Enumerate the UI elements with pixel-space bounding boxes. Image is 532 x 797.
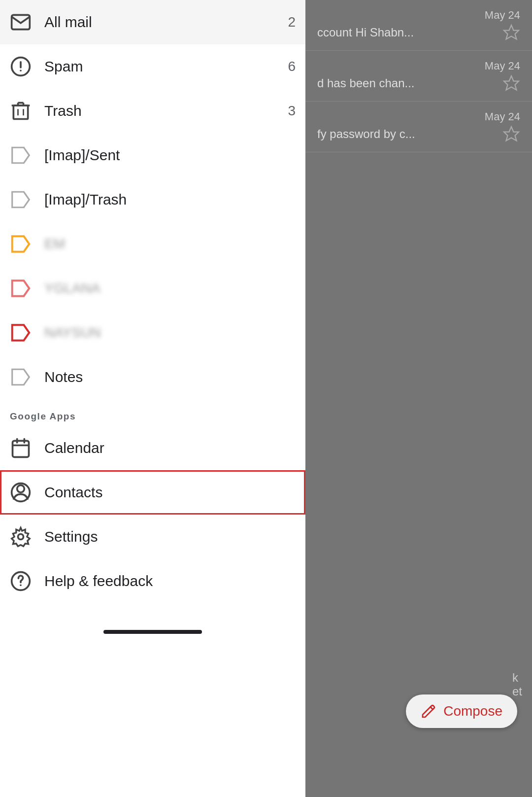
svg-rect-4 (13, 105, 28, 119)
sidebar-item-contacts[interactable]: Contacts (0, 470, 305, 515)
sidebar-item-all-mail[interactable]: All mail 2 (0, 0, 305, 44)
email-subject-1: ccount Hi Shabn... (317, 24, 520, 41)
sidebar-item-notes[interactable]: Notes (0, 355, 305, 399)
partial-bottom-text: k et (512, 671, 522, 698)
svg-point-17 (18, 534, 24, 540)
label-pink-icon (10, 277, 44, 299)
all-mail-label: All mail (44, 14, 288, 31)
label-yellow-label: EM (44, 236, 65, 252)
label-red-icon (10, 322, 44, 344)
label-red-label: NAYSUN (44, 325, 101, 341)
all-mail-icon (10, 11, 44, 33)
notes-label: Notes (44, 369, 296, 385)
help-label: Help & feedback (44, 573, 296, 589)
imap-sent-label: [Imap]/Sent (44, 147, 296, 164)
compose-button[interactable]: Compose (406, 694, 517, 728)
notes-label-icon (10, 366, 44, 388)
home-indicator-area (0, 603, 305, 643)
svg-marker-20 (504, 25, 519, 39)
star-icon-1[interactable] (502, 24, 520, 41)
svg-rect-11 (13, 441, 29, 457)
calendar-label: Calendar (44, 440, 296, 456)
email-subject-2: d has been chan... (317, 74, 520, 92)
email-date-2: May 24 (485, 60, 520, 72)
trash-count: 3 (288, 103, 296, 119)
partial-text-1: k (512, 671, 522, 685)
sidebar-item-label-yellow[interactable]: EM (0, 222, 305, 266)
compose-label: Compose (443, 703, 502, 719)
home-indicator (103, 630, 202, 634)
trash-label: Trash (44, 103, 288, 119)
email-date-1: May 24 (485, 9, 520, 22)
help-icon (10, 570, 44, 592)
imap-sent-label-icon (10, 144, 44, 166)
trash-icon (10, 100, 44, 122)
sidebar-item-help[interactable]: Help & feedback (0, 559, 305, 603)
imap-trash-label: [Imap]/Trash (44, 191, 296, 208)
spam-label: Spam (44, 58, 288, 75)
partial-text-2: et (512, 685, 522, 698)
svg-point-3 (20, 69, 22, 71)
compose-pencil-icon (421, 703, 436, 719)
all-mail-count: 2 (288, 14, 296, 30)
contacts-icon (10, 482, 44, 503)
spam-icon (10, 56, 44, 77)
svg-marker-21 (504, 76, 519, 90)
sidebar-item-imap-trash[interactable]: [Imap]/Trash (0, 177, 305, 222)
email-text-2: d has been chan... (317, 76, 414, 90)
right-panel: May 24 ccount Hi Shabn... May 24 d has b… (305, 0, 532, 797)
label-pink-label: YGLANA (44, 280, 100, 296)
settings-icon (10, 526, 44, 548)
svg-point-15 (17, 485, 25, 492)
spam-count: 6 (288, 59, 296, 74)
imap-trash-label-icon (10, 189, 44, 210)
email-subject-3: fy password by c... (317, 125, 520, 143)
svg-point-19 (20, 584, 22, 586)
email-item-1[interactable]: May 24 ccount Hi Shabn... (305, 0, 532, 51)
email-date-3: May 24 (485, 110, 520, 123)
sidebar-item-label-pink[interactable]: YGLANA (0, 266, 305, 311)
email-text-3: fy password by c... (317, 127, 415, 141)
settings-label: Settings (44, 528, 296, 545)
email-text-1: ccount Hi Shabn... (317, 26, 414, 39)
star-icon-2[interactable] (502, 74, 520, 92)
sidebar-item-imap-sent[interactable]: [Imap]/Sent (0, 133, 305, 177)
email-item-2[interactable]: May 24 d has been chan... (305, 51, 532, 102)
sidebar-item-trash[interactable]: Trash 3 (0, 89, 305, 133)
google-apps-header: Google Apps (0, 399, 305, 426)
star-icon-3[interactable] (502, 125, 520, 143)
sidebar-item-spam[interactable]: Spam 6 (0, 44, 305, 89)
label-yellow-icon (10, 233, 44, 255)
email-item-3[interactable]: May 24 fy password by c... (305, 102, 532, 152)
sidebar-item-label-red[interactable]: NAYSUN (0, 311, 305, 355)
calendar-icon (10, 437, 44, 459)
svg-marker-22 (504, 127, 519, 141)
sidebar-item-calendar[interactable]: Calendar (0, 426, 305, 470)
sidebar-item-settings[interactable]: Settings (0, 515, 305, 559)
contacts-label: Contacts (44, 484, 296, 501)
sidebar: All mail 2 Spam 6 Trash (0, 0, 305, 797)
